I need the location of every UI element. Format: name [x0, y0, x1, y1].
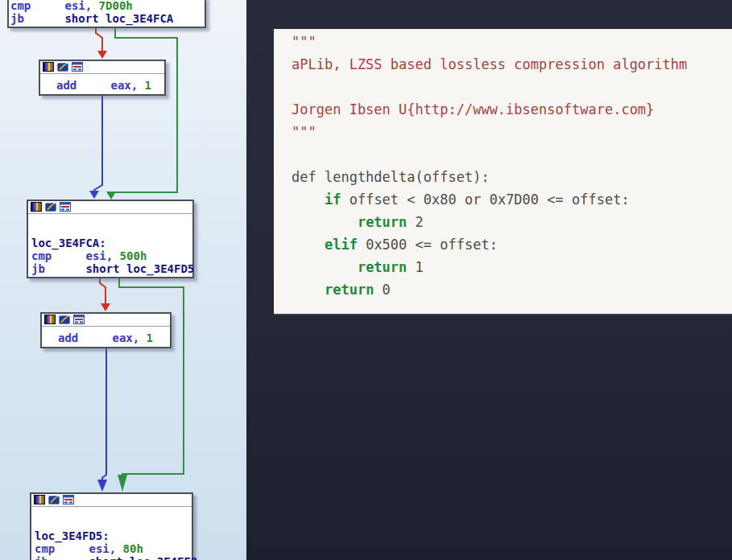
asm-line — [31, 224, 192, 237]
asm-code: add eax, 1 — [58, 331, 170, 344]
edge-false-branch-1 — [96, 27, 102, 51]
asm-line: jb short loc_3E4FCA — [10, 12, 205, 25]
asm-code: loc_3E4FD5:cmp esi, 80hjb short loc_3E4F… — [35, 517, 192, 560]
edge-true-arrow-2 — [118, 475, 127, 492]
group-node-icon[interactable] — [72, 62, 83, 72]
code-line — [292, 146, 732, 169]
asm-line: cmp esi, 500h — [31, 249, 192, 262]
asm-line: add eax, 1 — [58, 331, 170, 344]
code-line: Jorgen Ibsen U{http://www.ibsensoftware.… — [292, 101, 732, 124]
edge-fallthrough-2 — [102, 348, 106, 480]
code-line — [292, 79, 732, 101]
code-line: def lengthdelta(offset): — [292, 169, 732, 191]
code-line: """ — [292, 34, 732, 56]
asm-code: loc_3E4FCA:cmp esi, 500hjb short loc_3E4… — [31, 224, 192, 275]
asm-line: cmp esi, 80h — [35, 542, 192, 555]
group-node-icon[interactable] — [73, 315, 85, 324]
edge-fallthrough-1 — [94, 94, 102, 191]
edit-node-icon[interactable] — [45, 202, 56, 212]
group-node-icon[interactable] — [60, 202, 71, 212]
code-line: if offset < 0x80 or 0x7D00 <= offset: — [292, 191, 732, 214]
code-line: """ — [292, 124, 732, 146]
edge-true-arrow-1 — [106, 191, 116, 200]
edge-fallthrough-arrow-1 — [89, 191, 99, 199]
node-titlebar — [40, 61, 164, 74]
group-node-icon[interactable] — [63, 495, 74, 504]
node-titlebar — [31, 494, 192, 507]
edit-node-icon[interactable] — [57, 62, 68, 72]
code-line: aPLib, LZSS based lossless compression a… — [292, 56, 732, 79]
asm-line: jb short loc_3E4FE0 — [35, 555, 192, 560]
code-line: return 2 — [292, 214, 732, 237]
graph-node-loc-3E4FCA[interactable]: loc_3E4FCA:cmp esi, 500hjb short loc_3E4… — [27, 200, 194, 278]
edge-false-arrow-2 — [101, 303, 110, 311]
code-line: return 1 — [292, 259, 732, 282]
node-titlebar — [28, 201, 192, 214]
ida-graph-view[interactable]: cmp esi, 7D00hjb short loc_3E4FCA add ea… — [0, 0, 246, 560]
node-color-palette-icon[interactable] — [34, 495, 45, 504]
node-color-palette-icon[interactable] — [43, 62, 54, 72]
graph-node-add-2[interactable]: add eax, 1 — [40, 312, 172, 348]
node-titlebar — [42, 314, 170, 327]
graph-node-loc-3E4FD5[interactable]: loc_3E4FD5:cmp esi, 80hjb short loc_3E4F… — [30, 492, 193, 560]
graph-node-add-1[interactable]: add eax, 1 — [39, 60, 166, 96]
asm-code: add eax, 1 — [56, 79, 164, 92]
graph-node-top[interactable]: cmp esi, 7D00hjb short loc_3E4FCA — [7, 0, 206, 28]
code-line: return 0 — [292, 282, 732, 304]
asm-code: cmp esi, 7D00hjb short loc_3E4FCA — [10, 0, 205, 25]
python-code-panel[interactable]: """aPLib, LZSS based lossless compressio… — [274, 29, 732, 315]
edit-node-icon[interactable] — [48, 495, 60, 504]
asm-line — [35, 517, 192, 529]
edge-fallthrough-arrow-2 — [97, 480, 107, 492]
asm-line: add eax, 1 — [56, 79, 164, 92]
edge-true-branch-2 — [119, 278, 184, 475]
python-source: """aPLib, LZSS based lossless compressio… — [292, 34, 732, 304]
code-line: elif 0x500 <= offset: — [292, 237, 732, 259]
asm-line: loc_3E4FCA: — [31, 237, 192, 249]
edge-true-branch-1 — [111, 27, 177, 192]
edge-false-arrow-1 — [97, 51, 107, 59]
node-color-palette-icon[interactable] — [31, 202, 42, 212]
asm-line: loc_3E4FD5: — [35, 529, 192, 542]
edge-false-branch-2 — [100, 278, 105, 304]
asm-line: jb short loc_3E4FD5 — [31, 262, 192, 275]
edit-node-icon[interactable] — [59, 315, 70, 324]
asm-line: cmp esi, 7D00h — [10, 0, 205, 12]
node-color-palette-icon[interactable] — [44, 315, 56, 324]
screenshot-root: cmp esi, 7D00hjb short loc_3E4FCA add ea… — [0, 0, 732, 560]
dark-background: """aPLib, LZSS based lossless compressio… — [246, 0, 732, 560]
